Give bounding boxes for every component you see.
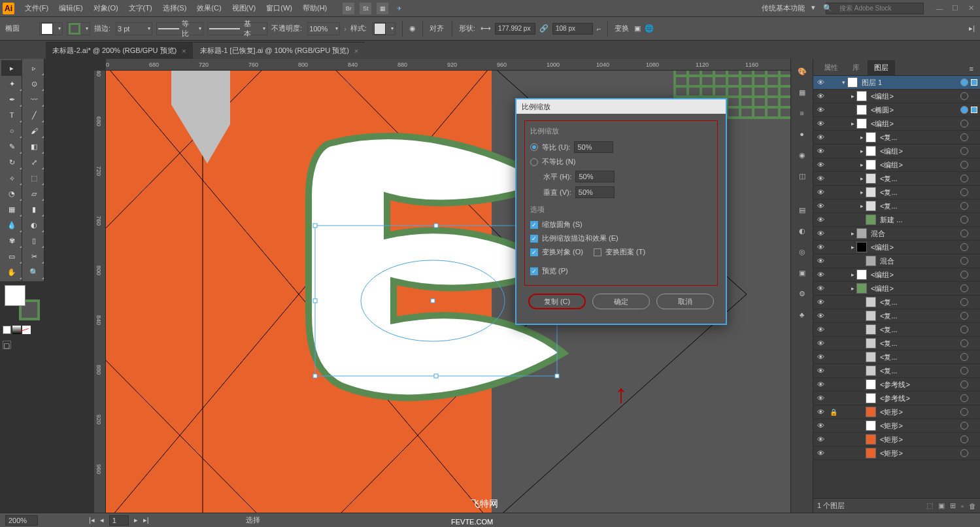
preview-check[interactable]: ✓ xyxy=(530,267,538,275)
color-mode-icon[interactable] xyxy=(3,326,11,334)
search-stock-input[interactable]: 搜索 Adobe Stock xyxy=(826,3,924,14)
layer-row[interactable]: 👁 <矩形> xyxy=(813,447,980,460)
target-icon[interactable] xyxy=(960,133,968,141)
chevron-right-icon[interactable]: › xyxy=(344,25,346,33)
layer-row[interactable]: 👁 <矩形> xyxy=(813,419,980,433)
free-transform-tool[interactable]: ⬚ xyxy=(24,170,44,186)
nav-next-icon[interactable]: ▸ xyxy=(134,516,138,524)
magic-wand-tool[interactable]: ✦ xyxy=(1,76,22,92)
visibility-icon[interactable]: 👁 xyxy=(813,161,828,169)
uniform-radio[interactable] xyxy=(530,143,538,151)
close-icon[interactable]: ✕ xyxy=(964,4,977,13)
menu-文件(F)[interactable]: 文件(F) xyxy=(20,0,54,17)
visibility-icon[interactable]: 👁 xyxy=(813,367,828,375)
rotate-tool[interactable]: ↻ xyxy=(1,154,22,170)
tab-layers[interactable]: 图层 xyxy=(868,60,895,75)
link-icon[interactable]: 🔗 xyxy=(539,24,549,33)
artboard-tool[interactable]: ▭ xyxy=(1,248,22,264)
panel-collapse-icon[interactable]: ▸| xyxy=(969,24,975,33)
panel-menu-icon[interactable]: ≡ xyxy=(967,62,976,75)
layer-row[interactable]: 👁 ▸ <编组> xyxy=(813,158,980,172)
visibility-icon[interactable]: 👁 xyxy=(813,381,828,388)
document-tab-2[interactable]: 未标题-1 [已恢复].ai @ 100% (RGB/GPU 预览)× xyxy=(194,42,365,59)
target-icon[interactable] xyxy=(960,120,968,128)
lasso-tool[interactable]: ⊙ xyxy=(24,76,44,92)
expand-icon[interactable]: ▸ xyxy=(858,134,866,141)
bridge-icon[interactable]: Br xyxy=(343,3,354,14)
visibility-icon[interactable]: 👁 xyxy=(813,449,828,457)
align-panel-icon[interactable]: ▤ xyxy=(795,203,809,217)
target-icon[interactable] xyxy=(960,353,968,361)
transform-objects-check[interactable]: ✓ xyxy=(530,248,538,256)
target-icon[interactable] xyxy=(960,188,968,196)
target-icon[interactable] xyxy=(960,202,968,210)
target-icon[interactable] xyxy=(960,367,968,375)
visibility-icon[interactable]: 👁 xyxy=(813,271,828,279)
direct-selection-tool[interactable]: ▹ xyxy=(24,60,44,76)
cancel-button[interactable]: 取消 xyxy=(656,294,714,309)
layer-row[interactable]: 👁 <复... xyxy=(813,337,980,350)
layer-row[interactable]: 👁 ▸ <编组> xyxy=(813,282,980,296)
brush-tool[interactable]: 🖌 xyxy=(24,123,44,139)
recolor-panel-icon[interactable]: ◉ xyxy=(795,148,809,162)
layer-row[interactable]: 👁 <复... xyxy=(813,323,980,337)
slice-tool[interactable]: ✂ xyxy=(24,248,44,264)
target-icon[interactable] xyxy=(960,408,968,416)
layer-row[interactable]: 👁 ▸ <编组> xyxy=(813,90,980,103)
layer-row[interactable]: 👁 ▸ <复... xyxy=(813,199,980,213)
locate-layer-icon[interactable]: ⬚ xyxy=(926,502,933,510)
visibility-icon[interactable]: 👁 xyxy=(813,422,828,430)
shape-builder-tool[interactable]: ◔ xyxy=(1,186,22,201)
visibility-icon[interactable]: 👁 xyxy=(813,120,828,128)
type-tool[interactable]: T xyxy=(1,107,22,123)
close-tab-icon[interactable]: × xyxy=(354,47,358,55)
width-input[interactable] xyxy=(495,23,535,35)
nav-first-icon[interactable]: |◂ xyxy=(43,516,95,524)
graph-tool[interactable]: ▯ xyxy=(24,233,44,248)
visibility-icon[interactable]: 👁 xyxy=(813,353,828,361)
copy-button[interactable]: 复制 (C) xyxy=(528,294,586,309)
target-icon[interactable] xyxy=(960,106,968,114)
nonuniform-radio[interactable] xyxy=(530,158,538,166)
target-icon[interactable] xyxy=(960,161,968,169)
target-icon[interactable] xyxy=(960,449,968,457)
visibility-icon[interactable]: 👁 xyxy=(813,312,828,320)
transform-panel-icon[interactable]: ◫ xyxy=(795,169,809,183)
delete-layer-icon[interactable]: 🗑 xyxy=(969,502,976,510)
nav-prev-icon[interactable]: ◂ xyxy=(100,516,104,524)
symbol-sprayer-tool[interactable]: ✾ xyxy=(1,233,22,248)
tab-properties[interactable]: 属性 xyxy=(817,60,845,75)
visibility-icon[interactable]: 👁 xyxy=(813,188,828,196)
height-input[interactable] xyxy=(552,23,593,35)
gpu-icon[interactable]: ✈ xyxy=(394,3,405,14)
graphic-styles-icon[interactable]: ▣ xyxy=(795,265,809,280)
vertical-input[interactable] xyxy=(575,186,615,198)
transform-label[interactable]: 变换 xyxy=(615,24,629,33)
target-icon[interactable] xyxy=(960,147,968,155)
layer-row[interactable]: 👁 ▸ <编组> xyxy=(813,241,980,254)
menu-文字(T)[interactable]: 文字(T) xyxy=(124,0,158,17)
new-layer-icon[interactable]: ▫ xyxy=(961,502,964,510)
layer-row[interactable]: 👁 ▸ <复... xyxy=(813,186,980,199)
visibility-icon[interactable]: 👁 xyxy=(813,78,828,86)
arrange-icon[interactable]: ▦ xyxy=(377,3,388,14)
curvature-tool[interactable]: 〰 xyxy=(24,92,44,107)
visibility-icon[interactable]: 👁 xyxy=(813,147,828,155)
color-panel-icon[interactable]: 🎨 xyxy=(795,64,809,78)
layer-row[interactable]: 👁 <矩形> xyxy=(813,433,980,447)
visibility-icon[interactable]: 👁 xyxy=(813,106,828,114)
zoom-input[interactable] xyxy=(5,515,38,526)
expand-icon[interactable]: ▸ xyxy=(858,203,866,209)
ellipse-tool[interactable]: ○ xyxy=(1,123,22,139)
hand-tool[interactable]: ✋ xyxy=(1,264,22,280)
target-icon[interactable] xyxy=(960,243,968,251)
visibility-icon[interactable]: 👁 xyxy=(813,339,828,347)
eyedropper-tool[interactable]: 💧 xyxy=(1,217,22,233)
selection-tool[interactable]: ▸ xyxy=(1,60,22,76)
expand-icon[interactable]: ▸ xyxy=(858,148,866,154)
target-icon[interactable] xyxy=(960,394,968,402)
layer-row[interactable]: 👁 <复... xyxy=(813,364,980,378)
expand-icon[interactable]: ▸ xyxy=(849,285,856,292)
stock-icon[interactable]: St xyxy=(360,3,371,14)
scale-corners-check[interactable]: ✓ xyxy=(530,221,538,229)
